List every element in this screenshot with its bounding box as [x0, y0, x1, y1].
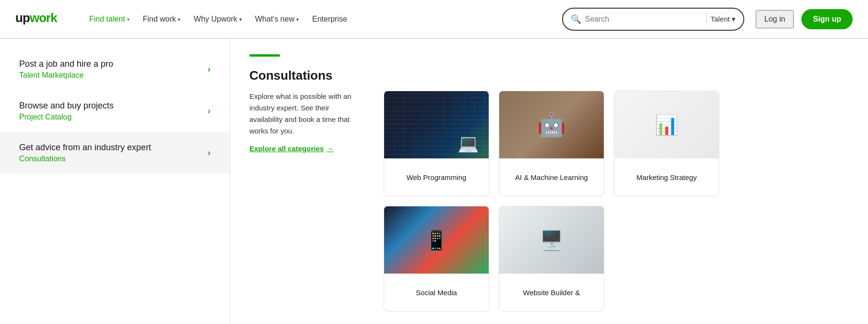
search-filter-label: Talent — [711, 15, 730, 23]
right-content: Consultations Explore what is possible w… — [230, 39, 868, 324]
navbar: up work Find talent ▾ Find work ▾ Why Up… — [0, 0, 868, 38]
nav-auth: Log in Sign up — [756, 9, 853, 29]
content-indicator-bar — [249, 54, 280, 57]
consultations-body: Explore what is possible with an industr… — [249, 91, 849, 312]
sidebar-project-chevron: › — [208, 106, 211, 116]
nav-why-upwork-label: Why Upwork — [194, 15, 237, 24]
left-sidebar: Post a job and hire a pro Talent Marketp… — [0, 39, 230, 324]
sidebar-item-project-subtitle: Project Catalog — [19, 113, 114, 121]
card-ai-image — [499, 91, 604, 158]
nav-why-upwork-chevron: ▾ — [239, 17, 242, 22]
search-icon: 🔍 — [571, 14, 581, 24]
svg-text:work: work — [29, 11, 58, 25]
search-bar[interactable]: 🔍 Talent ▾ — [562, 8, 744, 31]
nav-whats-new-label: What's new — [255, 15, 294, 24]
nav-find-work-label: Find work — [143, 15, 176, 24]
nav-find-work-chevron: ▾ — [178, 17, 180, 22]
search-input[interactable] — [585, 15, 703, 24]
sidebar-item-talent-title: Post a job and hire a pro — [19, 59, 113, 69]
sidebar-talent-chevron: › — [208, 64, 211, 74]
sidebar-item-project-content: Browse and buy projects Project Catalog — [19, 101, 114, 121]
sidebar-item-consult-title: Get advice from an industry expert — [19, 143, 151, 153]
sidebar-item-talent-marketplace[interactable]: Post a job and hire a pro Talent Marketp… — [0, 48, 230, 90]
card-social-media[interactable]: Social Media — [384, 206, 489, 312]
login-button[interactable]: Log in — [756, 10, 794, 28]
logo-text: up work — [15, 13, 68, 28]
nav-why-upwork[interactable]: Why Upwork ▾ — [188, 11, 247, 27]
svg-text:up: up — [15, 11, 30, 25]
explore-categories-link[interactable]: Explore all categories → — [249, 144, 364, 153]
card-marketing-label: Marketing Strategy — [614, 158, 719, 196]
consultations-text: Explore what is possible with an industr… — [249, 91, 364, 137]
dropdown-panel: Post a job and hire a pro Talent Marketp… — [0, 38, 868, 324]
search-filter-dropdown[interactable]: Talent ▾ — [711, 15, 736, 24]
card-web-programming[interactable]: Web Programming — [384, 91, 489, 196]
search-filter-chevron: ▾ — [732, 15, 736, 24]
consultations-description: Explore what is possible with an industr… — [249, 91, 364, 153]
upwork-logo[interactable]: up work — [15, 10, 68, 28]
card-marketing-image — [614, 91, 719, 158]
search-divider — [706, 13, 707, 25]
card-website-builder[interactable]: Website Builder & — [499, 206, 604, 312]
card-web-programming-label: Web Programming — [384, 158, 489, 196]
sidebar-item-consultations[interactable]: Get advice from an industry expert Consu… — [0, 132, 230, 174]
nav-find-talent-chevron: ▾ — [127, 17, 129, 22]
card-social-label: Social Media — [384, 274, 489, 311]
nav-enterprise-label: Enterprise — [312, 15, 347, 23]
nav-whats-new[interactable]: What's new ▾ — [249, 11, 305, 27]
explore-link-text: Explore all categories — [249, 144, 324, 153]
nav-whats-new-chevron: ▾ — [296, 17, 299, 22]
category-cards-grid: Web Programming AI & Machine Learning Ma… — [384, 91, 719, 312]
content-section-title: Consultations — [249, 68, 849, 83]
sidebar-item-consult-content: Get advice from an industry expert Consu… — [19, 143, 151, 163]
nav-enterprise[interactable]: Enterprise — [306, 11, 353, 27]
nav-find-talent[interactable]: Find talent ▾ — [83, 11, 135, 27]
card-marketing-strategy[interactable]: Marketing Strategy — [614, 91, 719, 196]
nav-find-work[interactable]: Find work ▾ — [137, 11, 186, 27]
nav-find-talent-label: Find talent — [89, 15, 125, 24]
card-website-image — [499, 206, 604, 274]
card-web-programming-image — [384, 91, 489, 158]
card-ai-label: AI & Machine Learning — [499, 158, 604, 196]
sidebar-item-talent-content: Post a job and hire a pro Talent Marketp… — [19, 59, 113, 80]
card-ai-machine-learning[interactable]: AI & Machine Learning — [499, 91, 604, 196]
logo-svg: up work — [15, 10, 68, 25]
nav-items: Find talent ▾ Find work ▾ Why Upwork ▾ W… — [83, 11, 551, 27]
sidebar-item-project-catalog[interactable]: Browse and buy projects Project Catalog … — [0, 90, 230, 132]
card-website-label: Website Builder & — [499, 274, 604, 311]
card-social-image — [384, 206, 489, 274]
sidebar-item-consult-subtitle: Consultations — [19, 155, 151, 163]
sidebar-consult-chevron: › — [208, 148, 211, 158]
signup-button[interactable]: Sign up — [801, 9, 853, 29]
sidebar-item-project-title: Browse and buy projects — [19, 101, 114, 111]
sidebar-item-talent-subtitle: Talent Marketplace — [19, 71, 113, 80]
explore-arrow-icon: → — [327, 144, 334, 153]
